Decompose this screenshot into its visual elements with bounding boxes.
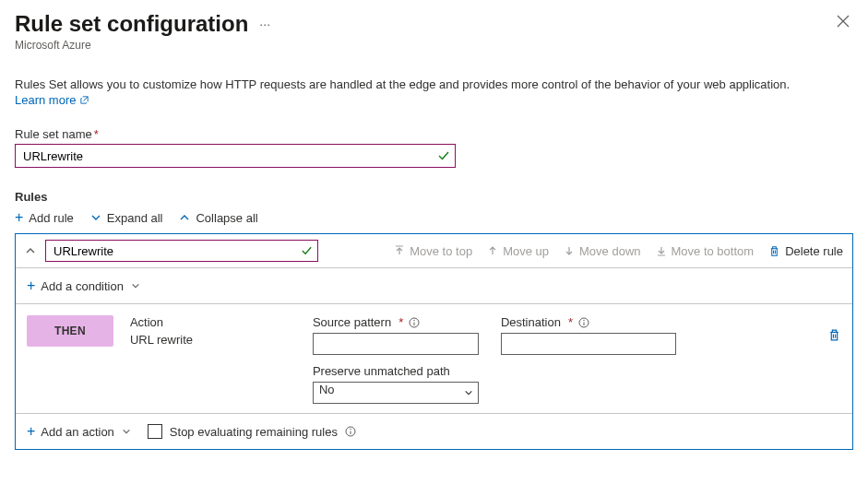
chevron-up-icon — [179, 212, 190, 223]
move-to-top-button: Move to top — [394, 244, 472, 258]
move-up-button: Move up — [487, 244, 549, 258]
close-icon[interactable] — [833, 11, 853, 31]
action-value: URL rewrite — [130, 333, 296, 347]
page-subtitle: Microsoft Azure — [15, 39, 270, 52]
required-star: * — [568, 315, 573, 329]
info-icon[interactable] — [578, 317, 589, 328]
svg-point-3 — [583, 319, 584, 320]
check-icon — [301, 245, 313, 257]
add-condition-button[interactable]: Add a condition — [41, 279, 124, 293]
preserve-path-label: Preserve unmatched path — [313, 364, 450, 378]
move-down-button: Move down — [564, 244, 640, 258]
stop-evaluating-label: Stop evaluating remaining rules — [170, 425, 338, 439]
stop-evaluating-checkbox[interactable] — [148, 424, 162, 439]
check-icon — [437, 149, 450, 162]
delete-rule-button[interactable]: Delete rule — [768, 244, 843, 258]
learn-more-link[interactable]: Learn more — [15, 93, 89, 107]
then-badge: THEN — [27, 315, 113, 347]
add-action-button[interactable]: + Add an action — [27, 423, 131, 440]
chevron-down-icon[interactable] — [131, 281, 140, 290]
svg-point-1 — [414, 319, 415, 320]
action-label: Action — [130, 315, 296, 329]
add-rule-button[interactable]: + Add rule — [15, 209, 74, 226]
delete-action-button[interactable] — [827, 315, 841, 342]
rule-name-input[interactable] — [45, 240, 318, 262]
rule-item: Move to top Move up Move down Move to bo… — [15, 233, 853, 450]
collapse-all-button[interactable]: Collapse all — [179, 211, 257, 225]
plus-icon: + — [27, 277, 35, 294]
ruleset-name-input[interactable] — [15, 144, 456, 168]
info-icon[interactable] — [409, 317, 420, 328]
learn-more-label: Learn more — [15, 93, 76, 107]
chevron-down-icon — [122, 427, 131, 436]
plus-icon: + — [27, 423, 35, 440]
description-text: Rules Set allows you to customize how HT… — [15, 77, 853, 91]
source-pattern-input[interactable] — [313, 333, 479, 355]
expand-all-button[interactable]: Expand all — [90, 211, 163, 225]
required-star: * — [94, 127, 99, 141]
ruleset-name-label: Rule set name* — [15, 127, 853, 141]
collapse-rule-toggle[interactable] — [25, 245, 36, 256]
trash-icon — [768, 245, 780, 257]
page-title: Rule set configuration — [15, 11, 248, 37]
move-to-bottom-button: Move to bottom — [656, 244, 755, 258]
destination-label: Destination — [501, 315, 561, 329]
svg-point-5 — [350, 429, 351, 430]
chevron-down-icon — [90, 212, 101, 223]
preserve-path-select[interactable]: No — [313, 382, 479, 404]
destination-input[interactable] — [501, 333, 676, 355]
required-star: * — [398, 315, 403, 329]
source-pattern-label: Source pattern — [313, 315, 391, 329]
external-link-icon — [79, 95, 89, 105]
info-icon[interactable] — [345, 426, 356, 437]
plus-icon: + — [15, 209, 23, 226]
more-icon[interactable]: ··· — [259, 17, 270, 31]
rules-section-label: Rules — [15, 190, 853, 204]
